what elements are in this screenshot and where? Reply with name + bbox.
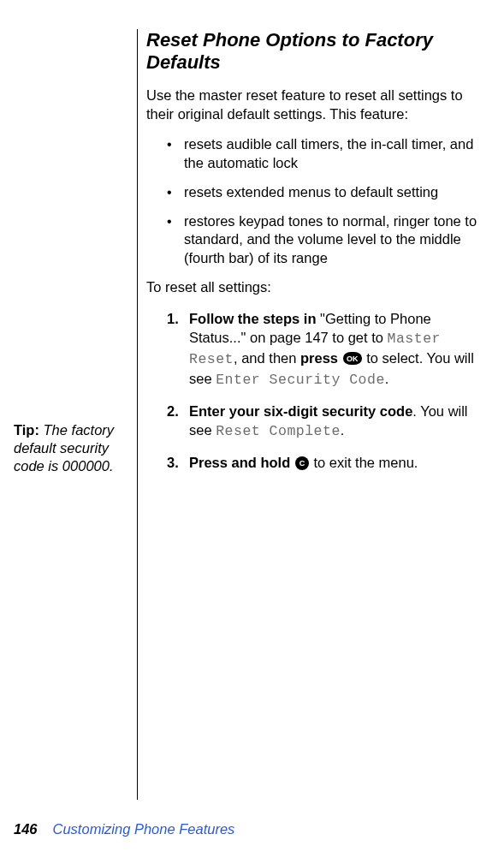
step-number: 2. bbox=[167, 402, 179, 420]
list-item: restores keypad tones to normal, ringer … bbox=[167, 212, 480, 268]
sidebar-margin-note: Tip: The factory default security code i… bbox=[14, 29, 137, 800]
intro-paragraph: Use the master reset feature to reset al… bbox=[146, 86, 480, 124]
step-bold-text: Follow the steps in bbox=[189, 311, 317, 326]
vertical-divider bbox=[137, 29, 138, 800]
step-text: to exit the menu. bbox=[310, 455, 418, 470]
tip-note: Tip: The factory default security code i… bbox=[14, 421, 127, 475]
step-bold-text: press bbox=[300, 350, 338, 366]
steps-lead: To reset all settings: bbox=[146, 278, 480, 297]
list-item: resets audible call timers, the in-call … bbox=[167, 135, 480, 173]
numbered-steps: 1. Follow the steps in "Getting to Phone… bbox=[146, 309, 480, 473]
feature-bullet-list: resets audible call timers, the in-call … bbox=[146, 135, 480, 268]
step-number: 1. bbox=[167, 309, 179, 328]
section-heading: Reset Phone Options to Factory Defaults bbox=[146, 29, 480, 74]
step-text: , and then bbox=[234, 350, 300, 366]
page-number: 146 bbox=[14, 821, 38, 837]
step-bold-text: Enter your six-digit security code bbox=[189, 403, 412, 419]
step-number: 3. bbox=[167, 453, 179, 472]
step-3: 3. Press and hold C to exit the menu. bbox=[167, 453, 480, 472]
ok-key-icon: OK bbox=[343, 352, 362, 365]
page: Tip: The factory default security code i… bbox=[0, 0, 504, 858]
step-text: . bbox=[341, 422, 345, 438]
lcd-text: Enter Security Code bbox=[216, 372, 385, 388]
step-bold-text: Press and hold bbox=[189, 455, 290, 470]
list-item: resets extended menus to default setting bbox=[167, 183, 480, 202]
step-2: 2. Enter your six-digit security code. Y… bbox=[167, 402, 480, 441]
step-1: 1. Follow the steps in "Getting to Phone… bbox=[167, 309, 480, 390]
c-key-icon: C bbox=[295, 456, 309, 470]
tip-label: Tip: bbox=[14, 422, 39, 438]
lcd-text: Reset Complete bbox=[216, 423, 341, 439]
step-text: . bbox=[385, 371, 389, 386]
two-column-layout: Tip: The factory default security code i… bbox=[14, 29, 480, 800]
page-footer: 146 Customizing Phone Features bbox=[14, 821, 234, 837]
chapter-title: Customizing Phone Features bbox=[53, 821, 235, 837]
main-content: Reset Phone Options to Factory Defaults … bbox=[146, 29, 480, 800]
